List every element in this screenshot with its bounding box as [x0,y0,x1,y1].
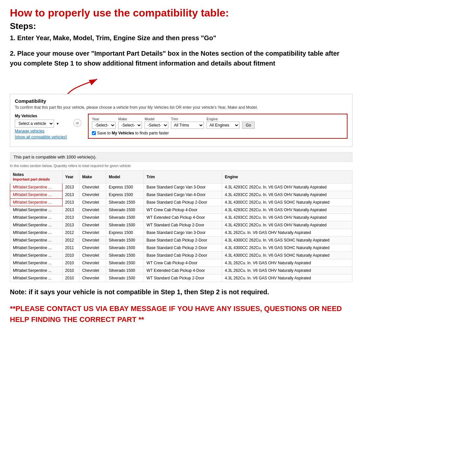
engine-label: Engine [207,117,239,121]
notes-cell: Mfrlabel:Serpentine ... [10,267,63,274]
save-vehicles-checkbox[interactable] [92,131,96,135]
model-cell: Express 1500 [106,191,144,199]
notes-cell: Mfrlabel:Serpentine ... [10,221,63,229]
trim-cell: Base Standard Cab Pickup 2-Door [144,244,222,252]
trim-cell: Base Standard Cargo Van 3-Door [144,184,222,191]
step1-text: 1. Enter Year, Make, Model, Trim, Engine… [10,33,352,43]
main-title: How to properly use the compatibility ta… [10,7,352,19]
save-to-my-vehicles-row: Save to My Vehicles to finds parts faste… [92,131,344,135]
year-cell: 2013 [62,199,79,206]
go-button[interactable]: Go [242,122,255,129]
engine-select[interactable]: All Engines [207,122,239,129]
engine-cell: 4.3L 4293CC 262Cu. In. V6 GAS OHV Natura… [222,221,352,229]
trim-cell: WT Extended Cab Pickup 4-Door [144,267,222,274]
model-field-group: Model -Select- [145,117,168,129]
vehicle-form-section: Year -Select- Make -Select- Model -Selec… [88,114,348,139]
year-cell: 2010 [62,252,79,259]
table-row: Mfrlabel:Serpentine ...2013ChevroletSilv… [10,199,352,206]
make-header: Make [79,171,106,184]
model-cell: Silverado 1500 [106,259,144,267]
table-row: Mfrlabel:Serpentine ...2013ChevroletExpr… [10,191,352,199]
trim-cell: WT Extended Cab Pickup 4-Door [144,214,222,221]
table-row: Mfrlabel:Serpentine ...2010ChevroletSilv… [10,252,352,259]
trim-cell: Base Standard Cab Pickup 2-Door [144,199,222,206]
manage-vehicles-link[interactable]: Manage vehicles [15,129,67,133]
compatibility-table: Notes Important part details Year Make M… [10,170,352,282]
engine-cell: 4.3L 4293CC 262Cu. In. V6 GAS OHV Natura… [222,214,352,221]
notes-cell: Mfrlabel:Serpentine ... [10,259,63,267]
dropdown-arrow-icon: ▼ [56,122,59,126]
or-divider: or [73,119,81,127]
notes-cell: Mfrlabel:Serpentine ... [10,199,63,206]
table-row: Mfrlabel:Serpentine ...2010ChevroletSilv… [10,274,352,282]
notes-cell: Mfrlabel:Serpentine ... [10,229,63,237]
trim-cell: Base Standard Cab Pickup 2-Door [144,252,222,259]
make-cell: Chevrolet [79,237,106,244]
make-cell: Chevrolet [79,267,106,274]
note-text: Note: if it says your vehicle is not com… [10,287,352,297]
trim-cell: WT Standard Cab Pickup 2-Door [144,274,222,282]
steps-heading: Steps: [10,21,352,31]
table-row: Mfrlabel:Serpentine ...2013ChevroletSilv… [10,206,352,214]
model-cell: Silverado 1500 [106,237,144,244]
contact-text: **PLEASE CONTACT US VIA EBAY MESSAGE IF … [10,303,352,325]
year-select[interactable]: -Select- [92,122,116,129]
model-cell: Silverado 1500 [106,244,144,252]
notes-cell: Mfrlabel:Serpentine ... [10,206,63,214]
trim-header: Trim [144,171,222,184]
model-cell: Silverado 1500 [106,206,144,214]
trim-select[interactable]: All Trims [171,122,204,129]
year-cell: 2012 [62,229,79,237]
important-part-details-label: Important part details [13,177,50,181]
make-field-group: Make -Select- [118,117,142,129]
model-select[interactable]: -Select- [145,122,168,129]
model-cell: Silverado 1500 [106,199,144,206]
year-cell: 2013 [62,206,79,214]
model-cell: Silverado 1500 [106,214,144,221]
year-header: Year [62,171,79,184]
engine-cell: 4.3L 4300CC 262Cu. In. V6 GAS SOHC Natur… [222,237,352,244]
table-row: Mfrlabel:Serpentine ...2013ChevroletExpr… [10,184,352,191]
make-cell: Chevrolet [79,229,106,237]
year-label: Year [92,117,116,121]
make-cell: Chevrolet [79,214,106,221]
trim-cell: WT Standard Cab Pickup 2-Door [144,221,222,229]
make-select[interactable]: -Select- [118,122,142,129]
trim-cell: WT Crew Cab Pickup 4-Door [144,206,222,214]
engine-cell: 4.3L 4293CC 262Cu. In. V6 GAS OHV Natura… [222,184,352,191]
year-cell: 2012 [62,237,79,244]
trim-field-group: Trim All Trims [171,117,204,129]
notes-cell: Mfrlabel:Serpentine ... [10,252,63,259]
notes-header-label: Notes [13,172,24,177]
save-text: Save to My Vehicles to finds parts faste… [97,131,169,135]
compat-title: Compatibility [15,98,348,104]
model-label: Model [145,117,168,121]
engine-field-group: Engine All Engines [207,117,239,129]
compatibility-box: Compatibility To confirm that this part … [10,94,352,147]
make-cell: Chevrolet [79,259,106,267]
make-cell: Chevrolet [79,191,106,199]
table-row: Mfrlabel:Serpentine ...2010ChevroletSilv… [10,267,352,274]
vehicle-select[interactable]: Select a vehicle [15,120,54,128]
make-cell: Chevrolet [79,244,106,252]
model-cell: Silverado 1500 [106,221,144,229]
table-row: Mfrlabel:Serpentine ...2012ChevroletSilv… [10,237,352,244]
notes-cell: Mfrlabel:Serpentine ... [10,244,63,252]
make-cell: Chevrolet [79,221,106,229]
quantity-note: In the notes section below, Quantity ref… [10,164,352,168]
compatibility-table-body: Mfrlabel:Serpentine ...2013ChevroletExpr… [10,184,352,282]
table-row: Mfrlabel:Serpentine ...2012ChevroletExpr… [10,229,352,237]
year-field-group: Year -Select- [92,117,116,129]
show-all-compatible-link[interactable]: [show all compatible vehicles] [15,135,67,139]
model-cell: Silverado 1500 [106,274,144,282]
engine-header: Engine [222,171,352,184]
compat-count-bar: This part is compatible with 1000 vehicl… [10,152,352,162]
table-row: Mfrlabel:Serpentine ...2013ChevroletSilv… [10,221,352,229]
make-cell: Chevrolet [79,206,106,214]
engine-cell: 4.3L 4300CC 262Cu. In. V6 GAS SOHC Natur… [222,199,352,206]
make-cell: Chevrolet [79,252,106,259]
compat-subtitle: To confirm that this part fits your vehi… [15,105,348,110]
trim-cell: Base Standard Cargo Van 4-Door [144,191,222,199]
my-vehicles-label: My Vehicles [15,114,67,118]
year-cell: 2010 [62,274,79,282]
